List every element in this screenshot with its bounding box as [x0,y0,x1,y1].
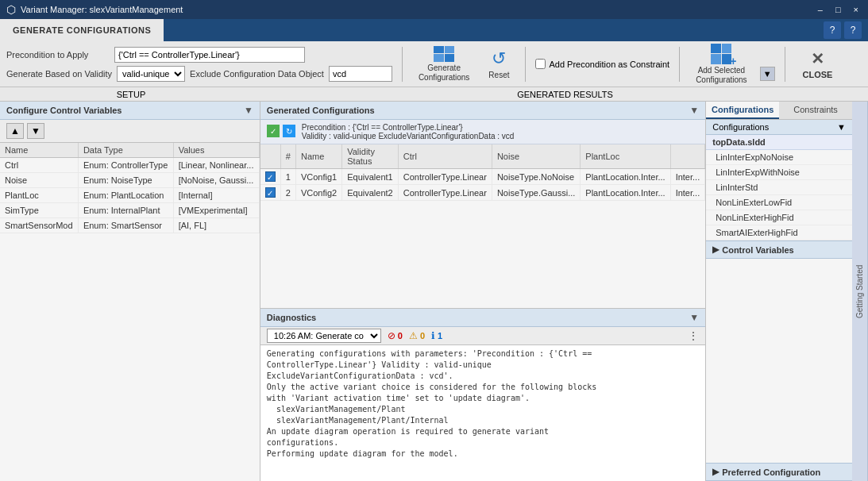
close-icon: ✕ [811,49,824,68]
reset-button[interactable]: ↺ Reset [482,44,515,84]
close-window-button[interactable]: × [851,5,862,14]
diag-time-select[interactable]: 10:26 AM: Generate co [267,329,381,343]
diagnostics-collapse-button[interactable]: ▼ [689,312,699,323]
row-plantloc-cell: PlantLocation.Inter... [581,169,670,185]
title-bar: ⬡ Variant Manager: slexVariantManagement… [0,0,868,19]
config-list-item[interactable]: LinInterStd [706,180,852,195]
gen-config-header: Generated Configurations ▼ [260,102,705,120]
right-panel: Configurations Constraints Configuration… [706,102,852,481]
warning-icon: ⚠ [409,330,418,341]
cv-table-row[interactable]: PlantLoc Enum: PlantLocation [Internal] [0,188,259,203]
error-icon: ⊘ [388,330,395,341]
toolbar: Precondition to Apply Generate Based on … [0,41,868,87]
control-variables-arrow: ▶ [712,244,719,255]
window-title: Variant Manager: slexVariantManagement [21,5,183,14]
help-icon-button[interactable]: ? [824,21,841,39]
cv-table-row[interactable]: Noise Enum: NoiseType [NoNoise, Gaussi..… [0,173,259,188]
cv-table-row[interactable]: Ctrl Enum: ControllerType [Linear, Nonli… [0,158,259,173]
diag-more-button[interactable]: ⋮ [688,329,699,342]
cv-name-cell: SmartSensorMod [0,218,78,233]
left-panel-title: Configure Control Variables [6,106,122,115]
dropdown-arrow-icon[interactable]: ▼ [760,67,775,81]
cv-table-row[interactable]: SmartSensorMod Enum: SmartSensor [AI, FL… [0,218,259,233]
generate-based-select[interactable]: valid-unique [117,66,185,82]
tab-configurations[interactable]: Configurations [706,102,779,119]
col-ctrl: Ctrl [398,144,492,169]
row-checkbox[interactable]: ✓ [265,171,276,182]
config-list-item[interactable]: LinInterExpNoNoise [706,150,852,165]
toolbar-divider-4 [785,47,785,82]
cv-name-cell: PlantLoc [0,188,78,203]
reset-icon: ↺ [492,48,506,69]
toolbar-divider-3 [679,47,680,82]
close-label: CLOSE [803,70,833,79]
info-icon: ℹ [431,330,435,341]
add-selected-dropdown[interactable]: ▼ [760,44,775,84]
left-panel-collapse-button[interactable]: ▼ [244,105,253,116]
generate-configurations-button[interactable]: GenerateConfigurations [412,44,476,84]
cv-toolbar: ▲ ▼ [0,120,260,143]
cv-values-cell: [AI, FL] [173,218,259,233]
exclude-input[interactable] [329,66,392,82]
refresh-info-icon: ↻ [283,125,295,137]
config-file-item: topData.sldd [706,135,852,150]
preferred-config-header[interactable]: ▶ Preferred Configuration [706,463,852,481]
minimize-button[interactable]: – [815,5,826,14]
precondition-input[interactable] [114,47,305,63]
configs-dropdown[interactable]: Configurations ▼ [706,120,852,135]
toolbar-divider-2 [525,47,526,82]
col-name: Name [295,144,341,169]
row-checkbox-cell[interactable]: ✓ [260,169,281,185]
row-num-cell: 1 [280,169,295,185]
row-validity-cell: Equivalent2 [342,185,399,201]
cv-col-name: Name [0,143,78,158]
generated-configs-section: Generated Configurations ▼ ✓ ↻ Precondit… [260,102,705,308]
generate-icon [434,46,454,62]
cv-table: Name Data Type Values Ctrl Enum: Control… [0,143,260,233]
row-checkbox-cell[interactable]: ✓ [260,185,281,201]
config-list-item[interactable]: SmartAIExterHighFid [706,225,852,240]
config-list-item[interactable]: NonLinExterHighFid [706,210,852,225]
col-validity: Validity Status [342,144,399,169]
generate-based-label: Generate Based on Validity [6,69,112,79]
config-list-item[interactable]: LinInterExpWithNoise [706,165,852,180]
move-up-button[interactable]: ▲ [6,123,24,139]
config-list-item[interactable]: NonLinExterLowFid [706,195,852,210]
config-table-row[interactable]: ✓ 1 VConfig1 Equivalent1 ControllerType.… [260,169,705,185]
cv-values-cell: [VMExperimental] [173,203,259,218]
generate-button-label: GenerateConfigurations [419,63,469,83]
cv-values-cell: [NoNoise, Gaussi... [173,173,259,188]
col-noise: Noise [492,144,580,169]
col-num: # [280,144,295,169]
move-down-button[interactable]: ▼ [27,123,44,139]
add-precondition-label: Add Precondition as Constraint [549,60,669,69]
tab-bar: GENERATE CONFIGURATIONS ? ? [0,19,868,41]
gen-config-collapse-button[interactable]: ▼ [689,105,699,116]
cv-type-cell: Enum: SmartSensor [78,218,173,233]
control-variables-header[interactable]: ▶ Control Variables [706,240,852,259]
add-selected-configurations-button[interactable]: + Add SelectedConfigurations [689,44,753,84]
preferred-config-arrow: ▶ [712,467,719,477]
row-checkbox[interactable]: ✓ [265,187,276,198]
config-table-row[interactable]: ✓ 2 VConfig2 Equivalent2 ControllerType.… [260,185,705,201]
control-variables-label: Control Variables [722,245,793,255]
cv-table-row[interactable]: SimType Enum: InternalPlant [VMExperimen… [0,203,259,218]
info-icon-button[interactable]: ? [844,21,862,39]
cv-values-cell: [Internal] [173,188,259,203]
center-panel: Generated Configurations ▼ ✓ ↻ Precondit… [260,102,706,481]
gen-config-title: Generated Configurations [267,106,375,115]
diagnostics-section: Diagnostics ▼ 10:26 AM: Generate co ⊘ 0 … [260,308,705,481]
getting-started-label[interactable]: Getting Started [852,102,868,481]
col-checkbox [260,144,281,169]
row-name-cell: VConfig2 [295,185,341,201]
toolbar-left-section: Precondition to Apply Generate Based on … [6,47,392,82]
app-icon: ⬡ [6,3,16,16]
tab-constraints[interactable]: Constraints [779,102,852,119]
close-button[interactable]: ✕ CLOSE [795,44,841,84]
diag-warning-badge: ⚠ 0 [409,330,425,341]
add-precondition-checkbox[interactable] [535,59,546,69]
generate-configurations-tab[interactable]: GENERATE CONFIGURATIONS [0,19,164,41]
cv-name-cell: SimType [0,203,78,218]
maximize-button[interactable]: □ [832,5,844,14]
toolbar-divider-1 [402,47,403,82]
